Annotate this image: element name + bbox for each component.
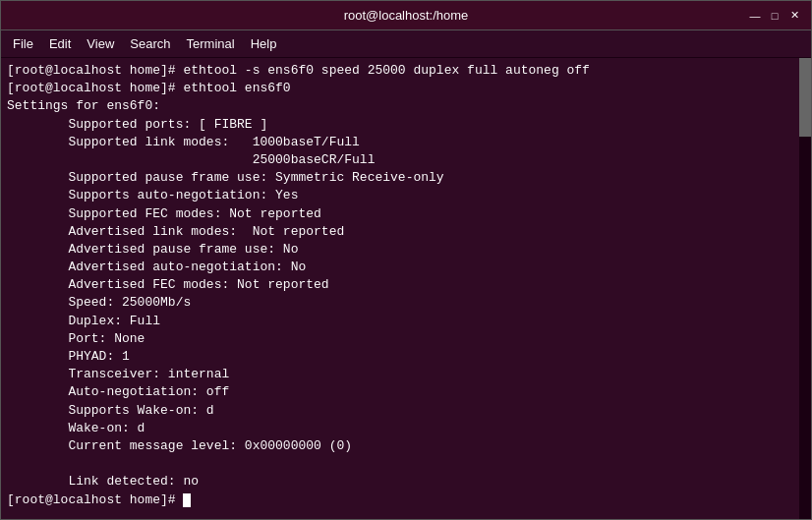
title-bar: root@localhost:/home — □ ✕ bbox=[1, 1, 811, 30]
close-button[interactable]: ✕ bbox=[785, 7, 803, 25]
menu-help[interactable]: Help bbox=[243, 34, 285, 53]
window-title: root@localhost:/home bbox=[344, 8, 469, 23]
scrollbar[interactable] bbox=[799, 58, 811, 519]
maximize-button[interactable]: □ bbox=[766, 7, 783, 25]
minimize-button[interactable]: — bbox=[746, 7, 764, 25]
menu-edit[interactable]: Edit bbox=[41, 34, 79, 53]
terminal-cursor bbox=[183, 493, 191, 507]
scrollbar-thumb[interactable] bbox=[799, 58, 811, 137]
menu-view[interactable]: View bbox=[79, 34, 122, 53]
window-controls: — □ ✕ bbox=[746, 7, 803, 25]
menu-bar: File Edit View Search Terminal Help bbox=[1, 30, 811, 58]
terminal-body[interactable]: [root@localhost home]# ethtool -s ens6f0… bbox=[1, 58, 811, 519]
terminal-content: [root@localhost home]# ethtool -s ens6f0… bbox=[7, 62, 805, 509]
menu-file[interactable]: File bbox=[5, 34, 41, 53]
menu-search[interactable]: Search bbox=[122, 34, 178, 53]
menu-terminal[interactable]: Terminal bbox=[179, 34, 243, 53]
terminal-window: root@localhost:/home — □ ✕ File Edit Vie… bbox=[0, 0, 812, 520]
